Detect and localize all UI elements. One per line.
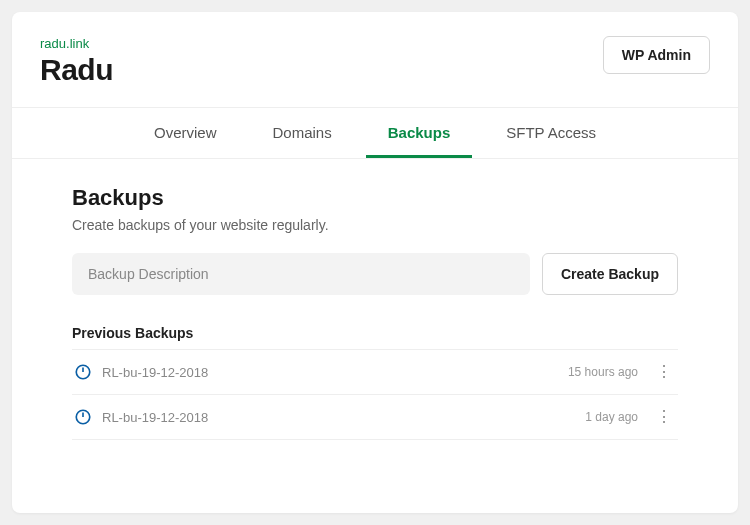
tab-domains[interactable]: Domains: [251, 108, 354, 158]
tab-overview[interactable]: Overview: [132, 108, 239, 158]
backup-name[interactable]: RL-bu-19-12-2018: [102, 365, 568, 380]
tab-backups[interactable]: Backups: [366, 108, 473, 158]
create-backup-button[interactable]: Create Backup: [542, 253, 678, 295]
power-icon: [74, 408, 92, 426]
backup-row: RL-bu-19-12-2018 15 hours ago ⋮: [72, 349, 678, 394]
backup-row: RL-bu-19-12-2018 1 day ago ⋮: [72, 394, 678, 440]
site-title: Radu: [40, 53, 113, 87]
page-title: Backups: [72, 185, 678, 211]
tabs: Overview Domains Backups SFTP Access: [12, 107, 738, 159]
power-icon: [74, 363, 92, 381]
backup-time: 15 hours ago: [568, 365, 638, 379]
backup-description-input[interactable]: [72, 253, 530, 295]
page-subtitle: Create backups of your website regularly…: [72, 217, 678, 233]
backup-menu-icon[interactable]: ⋮: [652, 364, 676, 380]
tab-sftp-access[interactable]: SFTP Access: [484, 108, 618, 158]
previous-backups-heading: Previous Backups: [72, 325, 678, 341]
domain-link[interactable]: radu.link: [40, 36, 113, 51]
wp-admin-button[interactable]: WP Admin: [603, 36, 710, 74]
backup-time: 1 day ago: [585, 410, 638, 424]
backup-menu-icon[interactable]: ⋮: [652, 409, 676, 425]
backup-name[interactable]: RL-bu-19-12-2018: [102, 410, 585, 425]
